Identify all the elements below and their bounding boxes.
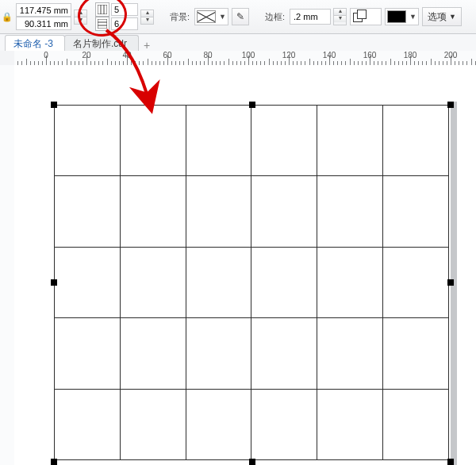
table-cell[interactable] [55,318,121,389]
table-dimensions-group [95,2,138,31]
handle-s[interactable] [249,459,255,465]
table-cell[interactable] [383,176,449,247]
options-label: 选项 [428,10,447,24]
table-cell[interactable] [251,247,317,317]
table-cell[interactable] [251,106,317,176]
rows-input[interactable] [111,17,138,30]
table-cell[interactable] [186,247,251,317]
table-cell[interactable] [55,247,121,317]
lock-icon[interactable]: 🔒 [2,2,13,32]
table-cell[interactable] [317,318,383,389]
ruler-number: 0 [44,51,48,60]
rows-icon [95,17,109,31]
table-cell[interactable] [55,106,121,176]
no-fill-swatch-icon [197,10,216,23]
plus-icon: + [144,39,150,52]
handle-se[interactable] [447,459,454,465]
pencil-icon: ✎ [236,11,244,22]
table-cell[interactable] [251,389,317,459]
tab-untitled[interactable]: 未命名 -3 [5,35,65,52]
table-grid[interactable] [54,105,449,460]
bw-down-icon[interactable]: ▾ [334,16,346,22]
table-cell[interactable] [317,176,383,247]
table-cell[interactable] [186,106,251,176]
table-cell[interactable] [55,176,121,247]
ruler-number: 200 [444,51,458,60]
background-fill-dropdown[interactable]: ▼ [194,8,228,25]
black-swatch-icon [387,10,406,23]
table-cell[interactable] [120,389,186,459]
dim-down-icon[interactable]: ▾ [141,17,153,24]
object-height-input[interactable] [16,17,71,30]
table-cell[interactable] [383,247,449,317]
table-cell[interactable] [383,106,449,176]
tab-label: 未命名 -3 [13,37,53,51]
table-cell[interactable] [186,318,251,389]
ruler-number: 60 [163,51,171,60]
size-down-icon[interactable]: ▾ [75,17,86,24]
table-cell[interactable] [120,247,186,317]
border-style-dropdown[interactable] [350,8,382,25]
table-cell[interactable] [317,389,383,459]
drawing-canvas[interactable] [14,65,476,465]
border-width-input[interactable] [290,9,331,25]
tab-label: 名片制作.cdr [73,37,127,51]
vertical-ruler[interactable] [0,65,15,465]
table-cell[interactable] [120,318,186,389]
handle-nw[interactable] [51,102,57,108]
property-bar: 🔒 ▴ ▾ ▴ ▾ [0,0,476,34]
ruler-number: 160 [363,51,377,60]
chevron-down-icon: ▼ [409,13,416,21]
ruler-number: 80 [203,51,212,60]
handle-sw[interactable] [51,459,57,465]
table-cell[interactable] [317,106,383,176]
columns-icon [95,2,109,17]
ruler-origin[interactable] [0,51,15,66]
svg-rect-0 [98,5,107,14]
table-cell[interactable] [120,176,186,247]
table-cell[interactable] [383,389,449,459]
size-stepper[interactable]: ▴ ▾ [74,10,87,25]
table-cell[interactable] [55,389,121,459]
columns-input[interactable] [111,3,138,16]
chevron-down-icon: ▼ [219,13,226,21]
table-cell[interactable] [251,176,317,247]
document-tabs: 未命名 -3 名片制作.cdr + [0,34,476,52]
svg-rect-3 [98,19,107,29]
ruler-number: 20 [82,51,90,60]
handle-e[interactable] [447,279,454,286]
tab-namecard[interactable]: 名片制作.cdr [64,35,139,52]
background-label: 背景: [170,11,190,23]
horizontal-ruler[interactable]: 020406080100120140160180200220 [14,51,476,66]
border-label: 边框: [265,11,285,23]
ruler-number: 120 [282,51,296,60]
ruler-number: 180 [404,51,417,60]
handle-n[interactable] [249,102,255,108]
add-tab-button[interactable]: + [138,39,155,52]
ruler-number: 100 [242,51,255,60]
handle-w[interactable] [51,279,57,286]
border-style-icon [352,9,368,25]
table-cell[interactable] [251,318,317,389]
ruler-number: 140 [323,51,336,60]
handle-ne[interactable] [447,102,454,108]
ruler-number: 40 [122,51,131,60]
border-color-dropdown[interactable]: ▼ [385,8,419,25]
table-cell[interactable] [186,176,251,247]
border-width-stepper[interactable]: ▴ ▾ [333,8,347,25]
table-cell[interactable] [383,318,449,389]
edit-background-button[interactable]: ✎ [232,8,249,25]
table-object[interactable] [54,105,449,460]
table-cell[interactable] [317,247,383,317]
object-size-group [16,3,71,30]
options-button[interactable]: 选项 ▼ [422,7,462,26]
table-cell[interactable] [120,106,186,176]
dimensions-stepper[interactable]: ▴ ▾ [140,10,154,25]
object-width-input[interactable] [16,3,71,17]
chevron-down-icon: ▼ [449,13,456,21]
table-cell[interactable] [186,389,251,459]
